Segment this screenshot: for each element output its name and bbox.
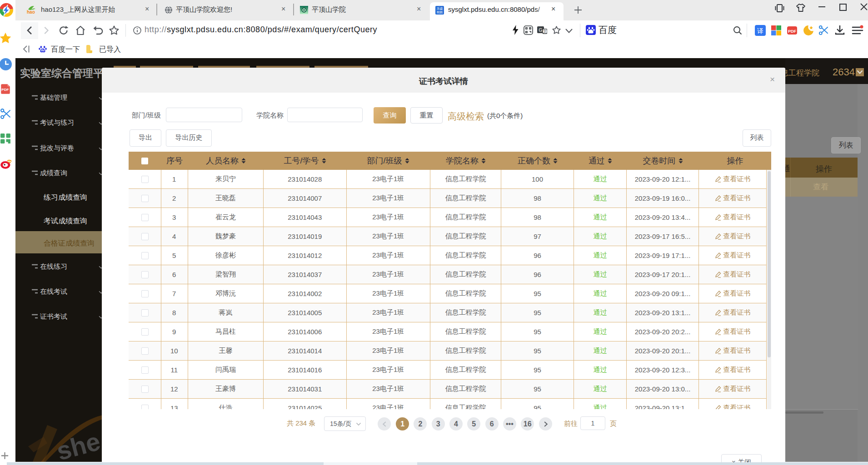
svg-text:译: 译 bbox=[757, 27, 763, 35]
svg-text:PDF: PDF bbox=[788, 29, 797, 34]
svg-text:PDF: PDF bbox=[1, 88, 9, 92]
svg-text:校园: 校园 bbox=[436, 10, 443, 14]
svg-text:乐盛: 乐盛 bbox=[437, 7, 443, 10]
svg-text:du: du bbox=[41, 49, 45, 52]
svg-text:G: G bbox=[539, 28, 543, 33]
svg-text:hao: hao bbox=[27, 10, 35, 15]
svg-text:文: 文 bbox=[543, 30, 547, 34]
svg-text:she: she bbox=[54, 427, 102, 462]
